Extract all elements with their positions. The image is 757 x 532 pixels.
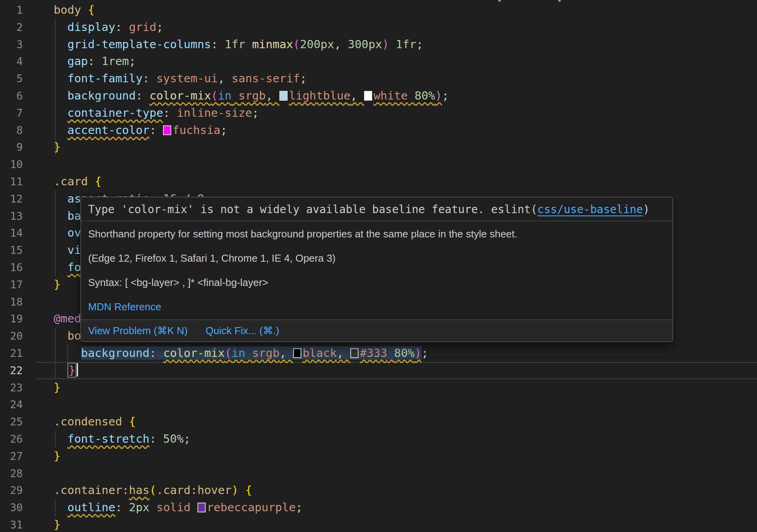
- line-number[interactable]: 27: [0, 448, 23, 465]
- line-number[interactable]: 23: [0, 379, 23, 396]
- quick-fix-action[interactable]: Quick Fix... (⌘.): [206, 325, 279, 337]
- code-line: 28: [0, 465, 757, 482]
- line-number[interactable]: 22: [0, 362, 23, 379]
- code-token: [54, 226, 67, 239]
- line-number[interactable]: 4: [0, 53, 23, 70]
- code-token: }: [54, 518, 60, 531]
- code-text[interactable]: }: [54, 516, 60, 532]
- line-number[interactable]: 28: [0, 465, 23, 482]
- line-number[interactable]: 8: [0, 122, 23, 139]
- code-text[interactable]: fo: [54, 259, 81, 276]
- line-number[interactable]: 29: [0, 482, 23, 499]
- line-number[interactable]: 18: [0, 293, 23, 311]
- color-decorator[interactable]: [350, 346, 360, 360]
- line-number[interactable]: 15: [0, 242, 23, 259]
- line-number[interactable]: 17: [0, 276, 23, 293]
- code-line: 21 background: color-mix(in srgb, black,…: [0, 345, 757, 362]
- line-number[interactable]: 5: [0, 70, 23, 87]
- code-token: font-stretch: [67, 432, 150, 445]
- line-number[interactable]: 11: [0, 173, 23, 190]
- code-text[interactable]: container-type: inline-size;: [54, 105, 259, 122]
- code-token: body: [54, 3, 88, 16]
- code-line: 2 display: grid;: [0, 19, 757, 36]
- code-text[interactable]: }: [54, 139, 60, 156]
- code-token: outline: [67, 501, 115, 514]
- line-number[interactable]: 26: [0, 431, 23, 448]
- line-number[interactable]: 10: [0, 156, 23, 173]
- view-problem-action[interactable]: View Problem (⌘K N): [88, 325, 188, 337]
- code-token: in: [232, 346, 245, 360]
- code-text[interactable]: ov: [54, 224, 81, 242]
- code-token: ): [382, 38, 389, 51]
- code-token: ): [232, 483, 238, 497]
- code-text[interactable]: .container:has(.card:hover) {: [54, 482, 252, 499]
- code-token: :: [149, 432, 163, 445]
- line-number[interactable]: 19: [0, 310, 23, 328]
- code-text[interactable]: }: [54, 379, 60, 396]
- code-text[interactable]: ba: [54, 208, 81, 225]
- line-number[interactable]: 30: [0, 499, 23, 516]
- line-number[interactable]: 3: [0, 36, 23, 53]
- code-text[interactable]: background: color-mix(in srgb, black, #3…: [54, 345, 428, 362]
- code-token: 50%: [163, 432, 183, 445]
- line-number[interactable]: 16: [0, 259, 23, 276]
- code-token: lightblue: [289, 89, 350, 102]
- line-number[interactable]: 2: [0, 19, 23, 36]
- color-swatch-icon[interactable]: [364, 91, 372, 101]
- tooltip-action-bar: View Problem (⌘K N) Quick Fix... (⌘.): [81, 319, 672, 341]
- color-swatch-icon[interactable]: [279, 91, 288, 101]
- code-text[interactable]: grid-template-columns: 1fr minmax(200px,…: [54, 36, 423, 53]
- color-decorator[interactable]: [197, 501, 207, 514]
- line-number[interactable]: 24: [0, 396, 23, 413]
- code-token: grid-template-columns: [67, 38, 211, 51]
- line-number[interactable]: 12: [0, 190, 23, 208]
- code-text[interactable]: .card {: [54, 173, 101, 190]
- code-text[interactable]: }: [54, 362, 78, 379]
- line-number[interactable]: 6: [0, 87, 23, 105]
- code-token: [149, 501, 156, 514]
- code-text[interactable]: .condensed {: [54, 413, 136, 431]
- code-text[interactable]: font-family: system-ui, sans-serif;: [54, 70, 307, 87]
- code-text[interactable]: body {: [54, 2, 95, 19]
- code-token: }: [54, 140, 60, 154]
- line-number[interactable]: 1: [0, 2, 23, 19]
- color-decorator[interactable]: [293, 346, 302, 360]
- code-text[interactable]: gap: 1rem;: [54, 53, 136, 70]
- code-token: 1fr: [225, 38, 252, 51]
- problem-message: Type 'color-mix' is not a widely availab…: [81, 197, 672, 221]
- color-swatch-icon[interactable]: [293, 348, 301, 358]
- code-text[interactable]: }: [54, 276, 60, 293]
- color-swatch-icon[interactable]: [350, 348, 359, 358]
- color-swatch-icon[interactable]: [163, 125, 171, 135]
- color-swatch-icon[interactable]: [197, 503, 206, 512]
- code-token: [387, 346, 394, 360]
- code-token: ,: [337, 346, 350, 360]
- line-number[interactable]: 13: [0, 208, 23, 225]
- code-token: vi: [67, 243, 81, 257]
- code-token: 200px: [300, 38, 334, 51]
- line-number[interactable]: 21: [0, 345, 23, 362]
- code-text[interactable]: bo: [54, 328, 81, 345]
- line-number[interactable]: 31: [0, 516, 23, 532]
- code-text[interactable]: accent-color: fuchsia;: [54, 122, 227, 139]
- mdn-reference-link[interactable]: MDN Reference: [88, 301, 161, 313]
- code-text[interactable]: @med: [54, 310, 81, 328]
- line-number[interactable]: 9: [0, 139, 23, 156]
- code-text[interactable]: vi: [54, 242, 81, 259]
- code-text[interactable]: outline: 2px solid rebeccapurple;: [54, 499, 302, 516]
- code-token: [238, 483, 245, 497]
- line-number[interactable]: 7: [0, 105, 23, 122]
- problem-message-text: Type 'color-mix' is not a widely availab…: [88, 203, 491, 216]
- color-decorator[interactable]: [163, 123, 172, 137]
- line-number[interactable]: 20: [0, 328, 23, 345]
- code-text[interactable]: }: [54, 448, 60, 465]
- code-text[interactable]: font-stretch: 50%;: [54, 431, 190, 448]
- code-text[interactable]: display: grid;: [54, 19, 163, 36]
- color-decorator[interactable]: [364, 89, 373, 102]
- code-text[interactable]: background: color-mix(in srgb, lightblue…: [54, 87, 449, 105]
- eslint-rule-link[interactable]: css/use-baseline: [537, 203, 643, 216]
- line-number[interactable]: 14: [0, 224, 23, 242]
- code-line: 8 accent-color: fuchsia;: [0, 122, 757, 139]
- color-decorator[interactable]: [279, 89, 289, 102]
- line-number[interactable]: 25: [0, 413, 23, 431]
